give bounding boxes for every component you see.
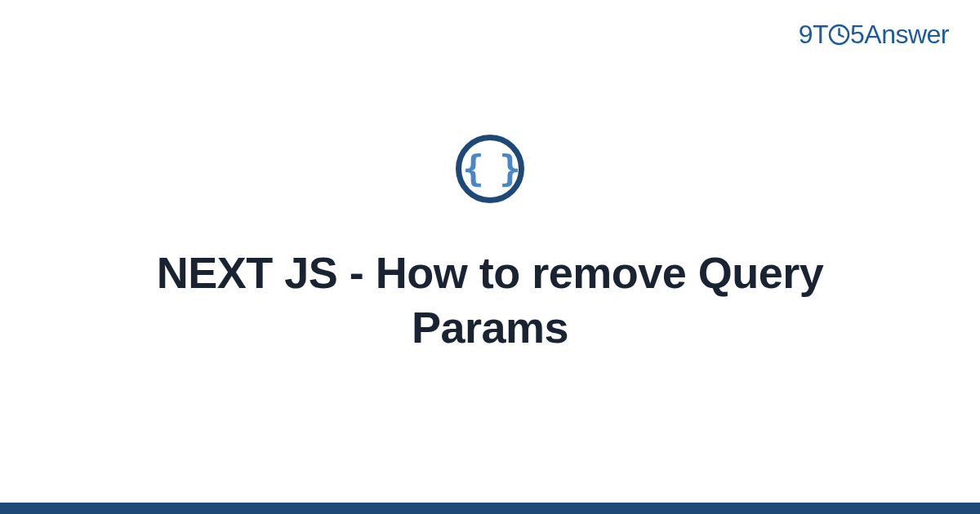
- code-braces-icon: { }: [456, 135, 524, 203]
- braces-glyph: { }: [462, 151, 517, 187]
- brand-prefix: 9T: [799, 20, 828, 49]
- page-title: NEXT JS - How to remove Query Params: [74, 246, 906, 356]
- brand-suffix: 5Answer: [850, 20, 949, 49]
- brand-logo: 9T5Answer: [799, 20, 949, 50]
- main-content: { } NEXT JS - How to remove Query Params: [0, 0, 980, 514]
- bottom-accent-bar: [0, 503, 980, 514]
- clock-icon: [828, 24, 850, 46]
- svg-line-2: [840, 35, 844, 38]
